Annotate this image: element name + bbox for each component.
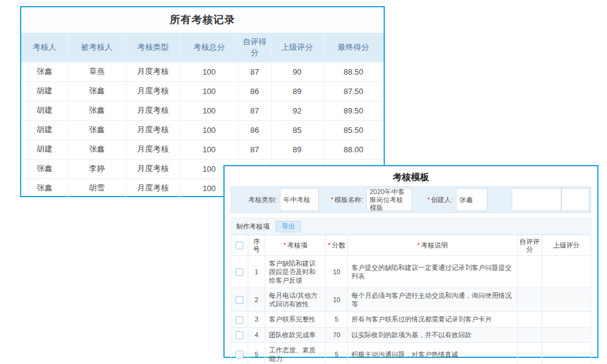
cell-self-score: 86	[238, 120, 271, 140]
cell-score: 5	[326, 312, 348, 328]
col-header-type: 考核类型	[126, 33, 180, 62]
cell-type: 月度考核	[126, 62, 180, 81]
cell-assessee: 张鑫	[68, 140, 126, 159]
required-mark: *	[427, 196, 430, 203]
cell-superior-rating	[542, 256, 591, 288]
cell-self-score: 87	[238, 62, 271, 81]
cell-no: 3	[248, 312, 265, 328]
col-header-self-score: 自评得分	[238, 33, 271, 62]
col-header-score-text: 分数	[332, 241, 345, 249]
cell-assessor: 胡建	[21, 101, 68, 120]
cell-assessee: 章燕	[68, 62, 126, 81]
row-checkbox[interactable]	[236, 316, 243, 324]
col-header-desc: *考核说明	[348, 235, 518, 256]
cell-assessor: 胡建	[21, 140, 68, 159]
cell-superior-rating	[542, 343, 591, 364]
cell-superior-score: 89	[271, 140, 323, 159]
make-items-label: 制作考核项	[236, 222, 270, 231]
cell-desc: 客户提交的缺陷和建议一定要通过记录到客户问题提交列表	[348, 256, 518, 288]
creator-label-text: 创建人:	[431, 196, 453, 203]
col-header-superior-score: 上级评分	[271, 33, 323, 62]
cell-no: 1	[248, 256, 265, 288]
required-mark: *	[328, 241, 330, 249]
cell-item: 客户缺陷和建议跟踪是否及时和给客户反馈	[265, 256, 326, 288]
cell-assessor: 张鑫	[21, 159, 68, 178]
cell-total: 100	[180, 81, 238, 101]
cell-superior-score: 90	[271, 62, 323, 81]
row-checkbox[interactable]	[236, 331, 243, 339]
category-label-text: 考核类别:	[248, 196, 277, 203]
cell-total: 100	[180, 120, 238, 140]
cell-superior-rating	[542, 327, 591, 343]
items-toolbar: 制作考核项 导出	[231, 218, 591, 235]
cell-score: 10	[326, 288, 348, 312]
cell-type: 月度考核	[126, 120, 180, 140]
cell-self-score: 87	[238, 101, 271, 120]
item-row: 5 工作态度、素质能力 5 积极主动沟通问题，对客户热情真诚	[231, 343, 591, 364]
cell-self-score: 87	[238, 140, 271, 159]
cell-assessee: 张鑫	[68, 81, 126, 101]
template-panel: 考核模板 考核类别: 年中考核 *模板名称: 2020年中客服岗位考核模版 *创…	[223, 165, 599, 358]
row-checkbox[interactable]	[236, 296, 243, 304]
checkbox-cell	[231, 256, 248, 288]
cell-assessor: 胡建	[21, 120, 68, 140]
template-panel-title: 考核模板	[225, 166, 597, 186]
cell-superior-score: 89	[271, 81, 323, 101]
cell-total: 100	[180, 101, 238, 120]
items-header-row: 序号 *考核项 *分数 *考核说明 自评评分 上级评分	[231, 235, 591, 256]
col-header-score: *分数	[326, 235, 348, 256]
item-row: 1 客户缺陷和建议跟踪是否及时和给客户反馈 10 客户提交的缺陷和建议一定要通过…	[231, 256, 591, 288]
template-info-bar: 考核类别: 年中考核 *模板名称: 2020年中客服岗位考核模版 *创建人: 张…	[231, 186, 591, 213]
cell-assessee: 张鑫	[68, 101, 126, 120]
record-row: 胡建 张鑫 月度考核 100 87 89 88.00	[21, 140, 384, 159]
cell-type: 月度考核	[126, 81, 180, 101]
item-row: 3 客户联系完整性 5 所有与客户联系过的情况都需要记录到客户卡片	[231, 312, 591, 328]
row-checkbox[interactable]	[236, 351, 243, 359]
record-row: 张鑫 章燕 月度考核 100 87 90 88.50	[21, 62, 384, 81]
select-all-cell	[231, 235, 248, 256]
col-header-item-text: 考核项	[287, 241, 307, 249]
cell-score: 10	[326, 256, 348, 288]
required-mark: *	[417, 241, 419, 249]
record-row: 胡建 张鑫 月度考核 100 86 85 85.50	[21, 120, 384, 140]
category-value: 年中考核	[280, 188, 319, 211]
cell-self-score: 86	[238, 81, 271, 101]
col-header-assessee: 被考核人	[68, 33, 126, 62]
export-button[interactable]: 导出	[276, 221, 301, 232]
category-label: 考核类别:	[232, 195, 280, 204]
checkbox-cell	[231, 343, 248, 364]
cell-superior-score: 85	[271, 120, 323, 140]
cell-score: 5	[326, 343, 348, 364]
cell-final-score: 89.50	[323, 101, 384, 120]
template-name-label-text: 模板名称:	[334, 196, 363, 203]
info-bar-empty-cell	[561, 188, 589, 211]
cell-assessee: 胡雪	[68, 178, 126, 198]
col-header-total: 考核总分	[180, 33, 238, 62]
cell-assessee: 李婷	[68, 159, 126, 178]
cell-item: 团队收款完成率	[265, 327, 326, 343]
cell-desc: 每个月必须与客户进行主动交流和沟通，询问使用情况等	[348, 288, 518, 312]
cell-item: 每月电话/其他方式回访有效性	[265, 288, 326, 312]
cell-assessor: 张鑫	[21, 62, 68, 81]
cell-self-rating	[518, 256, 542, 288]
row-checkbox[interactable]	[236, 268, 243, 276]
col-header-assessor: 考核人	[21, 33, 68, 62]
cell-total: 100	[180, 140, 238, 159]
cell-final-score: 88.00	[323, 140, 384, 159]
cell-assessor: 张鑫	[21, 178, 68, 198]
creator-label: *创建人:	[412, 195, 456, 204]
template-name-label: *模板名称:	[319, 195, 366, 204]
cell-self-rating	[518, 327, 542, 343]
select-all-checkbox[interactable]	[236, 241, 243, 249]
cell-type: 月度考核	[126, 159, 180, 178]
creator-value: 张鑫	[456, 188, 487, 211]
cell-final-score: 87.50	[323, 81, 384, 101]
col-header-no: 序号	[248, 235, 265, 256]
cell-self-rating	[518, 312, 542, 328]
cell-no: 2	[248, 288, 265, 312]
checkbox-cell	[231, 327, 248, 343]
cell-final-score: 88.50	[323, 62, 384, 81]
cell-item: 工作态度、素质能力	[265, 343, 326, 364]
required-mark: *	[283, 241, 286, 249]
cell-desc: 积极主动沟通问题，对客户热情真诚	[348, 343, 518, 364]
